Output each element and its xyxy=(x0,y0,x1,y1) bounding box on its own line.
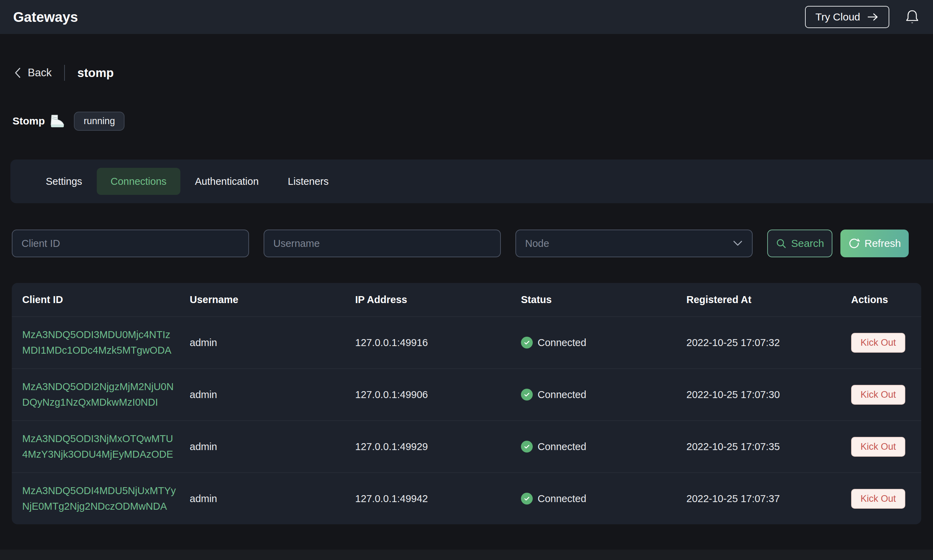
status-label: Connected xyxy=(537,389,586,400)
gateway-header: Stomp running xyxy=(12,111,125,131)
app-title: Gateways xyxy=(13,9,78,25)
kick-out-button[interactable]: Kick Out xyxy=(851,333,905,353)
gateway-name: Stomp xyxy=(12,115,45,127)
client-id-line2: 4MzY3Njk3ODU4MjEyMDAzODE xyxy=(22,447,190,462)
client-id-line2: MDI1MDc1ODc4Mzk5MTgwODA xyxy=(22,343,190,358)
try-cloud-label: Try Cloud xyxy=(815,11,860,23)
table-header: Client ID Username IP Address Status Reg… xyxy=(12,283,921,316)
breadcrumb: Back stomp xyxy=(14,62,114,84)
kick-out-button[interactable]: Kick Out xyxy=(851,385,905,405)
tab-authentication[interactable]: Authentication xyxy=(180,168,273,195)
kick-out-button[interactable]: Kick Out xyxy=(851,437,905,457)
chevron-left-icon xyxy=(14,67,22,79)
chevron-down-icon xyxy=(733,240,743,247)
col-status: Status xyxy=(521,294,687,306)
status-label: Connected xyxy=(537,493,586,505)
username-cell: admin xyxy=(190,441,355,452)
bottom-band xyxy=(0,549,933,560)
username-input[interactable] xyxy=(263,229,501,257)
client-id-link[interactable]: MzA3NDQ5ODI4MDU5NjUxMTYy NjE0MTg2Njg2NDc… xyxy=(22,483,190,514)
back-button[interactable]: Back xyxy=(14,66,52,79)
topbar-actions: Try Cloud xyxy=(805,6,920,28)
client-id-line1: MzA3NDQ5ODI4MDU5NjUxMTYy xyxy=(22,483,190,498)
tab-settings[interactable]: Settings xyxy=(31,168,97,195)
registered-at-cell: 2022-10-25 17:07:35 xyxy=(687,441,851,452)
tab-connections[interactable]: Connections xyxy=(97,168,180,195)
status-label: Connected xyxy=(537,441,586,452)
node-select-placeholder: Node xyxy=(525,238,549,249)
ip-address-cell: 127.0.0.1:49916 xyxy=(355,337,521,348)
status-cell: Connected xyxy=(521,389,687,400)
client-id-link[interactable]: MzA3NDQ5ODI3MDU0Mjc4NTIz MDI1MDc1ODc4Mzk… xyxy=(22,327,190,358)
ip-address-cell: 127.0.0.1:49906 xyxy=(355,389,521,400)
table-row: MzA3NDQ5ODI2NjgzMjM2NjU0N DQyNzg1NzQxMDk… xyxy=(12,368,921,420)
table-row: MzA3NDQ5ODI4MDU5NjUxMTYy NjE0MTg2Njg2NDc… xyxy=(12,472,921,524)
username-cell: admin xyxy=(190,493,355,505)
search-label: Search xyxy=(791,237,824,249)
registered-at-cell: 2022-10-25 17:07:30 xyxy=(687,389,851,400)
col-ip-address: IP Address xyxy=(355,294,521,306)
connected-check-icon xyxy=(521,337,533,348)
col-client-id: Client ID xyxy=(22,294,190,306)
try-cloud-button[interactable]: Try Cloud xyxy=(805,6,889,28)
breadcrumb-divider xyxy=(64,65,65,81)
notification-bell-icon[interactable] xyxy=(905,9,920,25)
status-cell: Connected xyxy=(521,493,687,505)
client-id-line1: MzA3NDQ5ODI2NjgzMjM2NjU0N xyxy=(22,379,190,395)
search-icon xyxy=(776,238,787,249)
client-id-input[interactable] xyxy=(12,229,249,257)
status-label: Connected xyxy=(537,337,586,348)
table-row: MzA3NDQ5ODI3NjMxOTQwMTU 4MzY3Njk3ODU4MjE… xyxy=(12,420,921,472)
kick-out-button[interactable]: Kick Out xyxy=(851,489,905,509)
ip-address-cell: 127.0.0.1:49942 xyxy=(355,493,521,505)
connected-check-icon xyxy=(521,389,533,400)
status-cell: Connected xyxy=(521,441,687,452)
col-actions: Actions xyxy=(851,294,911,306)
status-badge: running xyxy=(74,112,125,131)
node-select[interactable]: Node xyxy=(516,229,753,257)
arrow-right-icon xyxy=(867,12,879,22)
tab-bar: Settings Connections Authentication List… xyxy=(11,160,933,203)
topbar: Gateways Try Cloud xyxy=(0,0,933,34)
client-id-link[interactable]: MzA3NDQ5ODI3NjMxOTQwMTU 4MzY3Njk3ODU4MjE… xyxy=(22,431,190,462)
refresh-icon xyxy=(848,237,860,249)
refresh-label: Refresh xyxy=(864,237,901,249)
page-title: stomp xyxy=(77,66,114,80)
back-label: Back xyxy=(28,66,52,79)
refresh-button[interactable]: Refresh xyxy=(841,229,909,257)
username-cell: admin xyxy=(190,389,355,400)
client-id-link[interactable]: MzA3NDQ5ODI2NjgzMjM2NjU0N DQyNzg1NzQxMDk… xyxy=(22,379,190,410)
boot-icon xyxy=(49,114,65,128)
col-username: Username xyxy=(190,294,355,306)
client-id-line1: MzA3NDQ5ODI3MDU0Mjc4NTIz xyxy=(22,327,190,343)
tab-listeners[interactable]: Listeners xyxy=(273,168,343,195)
username-cell: admin xyxy=(190,337,355,348)
status-cell: Connected xyxy=(521,337,687,348)
registered-at-cell: 2022-10-25 17:07:37 xyxy=(687,493,851,505)
connected-check-icon xyxy=(521,441,533,452)
connected-check-icon xyxy=(521,493,533,505)
client-id-line1: MzA3NDQ5ODI3NjMxOTQwMTU xyxy=(22,431,190,447)
connections-table: Client ID Username IP Address Status Reg… xyxy=(12,283,921,524)
client-id-line2: NjE0MTg2Njg2NDczODMwNDA xyxy=(22,498,190,514)
client-id-line2: DQyNzg1NzQxMDkwMzI0NDI xyxy=(22,395,190,410)
registered-at-cell: 2022-10-25 17:07:32 xyxy=(687,337,851,348)
search-button[interactable]: Search xyxy=(767,229,833,257)
table-row: MzA3NDQ5ODI3MDU0Mjc4NTIz MDI1MDc1ODc4Mzk… xyxy=(12,316,921,368)
col-registered-at: Registered At xyxy=(687,294,851,306)
ip-address-cell: 127.0.0.1:49929 xyxy=(355,441,521,452)
